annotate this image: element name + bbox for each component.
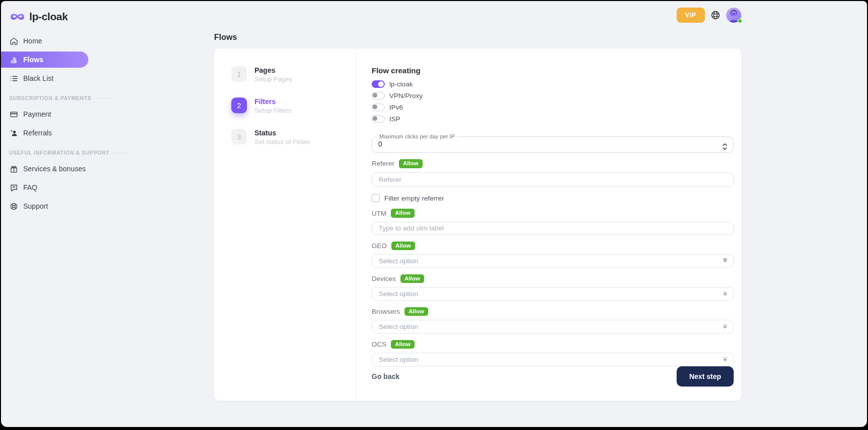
user-avatar[interactable]: [726, 8, 741, 23]
ocs-select[interactable]: Select option: [372, 353, 734, 366]
utm-allow-badge[interactable]: Allow: [391, 209, 415, 218]
step-title: Pages: [254, 66, 292, 75]
number-stepper-icon[interactable]: [722, 142, 728, 150]
wizard-steps: 1 Pages Setup Pages 2 Filters Setup Filt…: [214, 49, 356, 401]
globe-language-icon[interactable]: [710, 10, 721, 20]
lp-cloak-toggle[interactable]: [372, 80, 385, 88]
form-title: Flow creating: [372, 66, 734, 75]
toggle-label: lp-cloak: [389, 80, 413, 88]
flow-wizard-card: 1 Pages Setup Pages 2 Filters Setup Filt…: [214, 49, 741, 401]
filters-form: Flow creating lp-cloak VPN/Proxy IPv6: [356, 49, 741, 401]
toggle-label: IPv6: [389, 104, 403, 111]
toggle-label: VPN/Proxy: [389, 92, 423, 100]
select-placeholder: Select option: [379, 290, 418, 298]
person-star-icon: [9, 128, 18, 137]
max-clicks-label: Maximum clicks per day per IP: [377, 133, 457, 139]
sidebar-item-payment[interactable]: Payment: [1, 106, 88, 122]
logo[interactable]: lp-cloak: [1, 1, 88, 25]
devices-select[interactable]: Select option: [372, 287, 734, 301]
sidebar-item-home[interactable]: Home: [1, 33, 88, 49]
lifebuoy-icon: [9, 202, 18, 211]
mask-logo-icon: [10, 12, 25, 22]
sidebar-item-label: Home: [23, 37, 42, 45]
filter-empty-referrer-checkbox[interactable]: [372, 194, 380, 202]
sidebar-item-services[interactable]: Services & bonuses: [1, 161, 88, 177]
step-title: Status: [254, 129, 310, 137]
next-step-button[interactable]: Next step: [677, 366, 734, 387]
max-clicks-input[interactable]: [378, 140, 692, 148]
svg-text:?!: ?!: [12, 185, 15, 189]
geo-label: GEO: [372, 242, 387, 250]
step-subtitle: Setup Pages: [254, 75, 292, 83]
sidebar-nav: Home Flows Black List SUBSCRIPTION & PAY…: [1, 25, 88, 217]
sidebar-item-label: Payment: [23, 110, 51, 118]
step-title: Filters: [254, 98, 291, 106]
chevron-down-icon: [723, 326, 727, 328]
sidebar-item-label: Black List: [23, 74, 54, 82]
utm-input[interactable]: [372, 222, 734, 235]
step-status[interactable]: 3 Status Set status of Flows: [231, 129, 356, 146]
credit-card-icon: [9, 110, 18, 119]
chevron-down-icon: [723, 359, 727, 361]
online-status-dot: [738, 19, 742, 23]
browsers-allow-badge[interactable]: Allow: [404, 307, 428, 316]
max-clicks-field: Maximum clicks per day per IP: [372, 133, 734, 153]
sidebar-item-label: Referrals: [23, 129, 52, 137]
browsers-select[interactable]: Select option: [372, 320, 734, 333]
step-number: 1: [231, 66, 247, 82]
sidebar-item-referrals[interactable]: Referrals: [1, 125, 88, 141]
sidebar-item-flows[interactable]: Flows: [1, 52, 88, 68]
page-title: Flows: [214, 33, 741, 42]
sidebar: lp-cloak Home Flows Black List: [1, 1, 88, 427]
faq-bubble-icon: ?!: [9, 183, 18, 192]
chevron-down-icon: [723, 293, 727, 296]
sidebar-item-support[interactable]: Support: [1, 198, 88, 214]
browsers-label: Browsers: [372, 308, 400, 315]
step-pages[interactable]: 1 Pages Setup Pages: [231, 66, 356, 83]
gift-icon: [9, 164, 18, 173]
sidebar-item-black-list[interactable]: Black List: [1, 70, 88, 86]
vip-button[interactable]: VIP: [677, 8, 705, 23]
toggle-row-vpn-proxy[interactable]: VPN/Proxy: [372, 92, 734, 100]
select-placeholder: Select option: [379, 323, 418, 330]
go-back-button[interactable]: Go back: [372, 372, 399, 380]
app-window: lp-cloak Home Flows Black List: [1, 1, 867, 427]
sidebar-item-label: Flows: [23, 56, 43, 64]
step-number: 2: [231, 98, 247, 113]
vpn-proxy-toggle[interactable]: [372, 92, 385, 100]
step-filters[interactable]: 2 Filters Setup Filters: [231, 98, 356, 115]
ocs-label: OCS: [372, 341, 386, 348]
filter-empty-referrer-row[interactable]: Filter empty referrer: [372, 194, 734, 202]
ipv6-toggle[interactable]: [372, 104, 385, 111]
sidebar-item-label: Support: [23, 202, 48, 210]
referer-label: Referer: [372, 160, 394, 167]
sidebar-section-header: SUBSCRIPTION & PAYMENTS: [1, 95, 88, 101]
select-placeholder: Select option: [379, 257, 418, 265]
referer-input[interactable]: [372, 172, 734, 187]
sidebar-item-label: Services & bonuses: [23, 165, 86, 173]
devices-label: Devices: [372, 275, 396, 282]
toggle-row-lp-cloak[interactable]: lp-cloak: [372, 80, 734, 88]
home-icon: [9, 36, 18, 45]
step-subtitle: Set status of Flows: [254, 137, 310, 146]
toggle-label: ISP: [389, 115, 400, 123]
isp-toggle[interactable]: [372, 115, 385, 123]
utm-label: UTM: [372, 210, 386, 217]
logo-text: lp-cloak: [29, 11, 68, 23]
topbar-right: VIP: [214, 1, 741, 25]
step-number: 3: [231, 129, 247, 145]
list-icon: [9, 74, 18, 83]
referer-allow-badge[interactable]: Allow: [399, 159, 423, 168]
toggle-row-isp[interactable]: ISP: [372, 115, 734, 123]
devices-allow-badge[interactable]: Allow: [400, 274, 424, 283]
sidebar-item-faq[interactable]: ?! FAQ: [1, 179, 88, 196]
main-area: VIP: [88, 1, 867, 427]
sidebar-item-label: FAQ: [23, 183, 37, 192]
toggle-row-ipv6[interactable]: IPv6: [372, 104, 734, 111]
geo-allow-badge[interactable]: Allow: [391, 242, 415, 251]
select-placeholder: Select option: [379, 356, 418, 363]
ocs-allow-badge[interactable]: Allow: [391, 340, 415, 349]
geo-select[interactable]: Select option: [372, 254, 734, 268]
flows-icon: [9, 55, 18, 64]
checkbox-label: Filter empty referrer: [384, 195, 444, 202]
